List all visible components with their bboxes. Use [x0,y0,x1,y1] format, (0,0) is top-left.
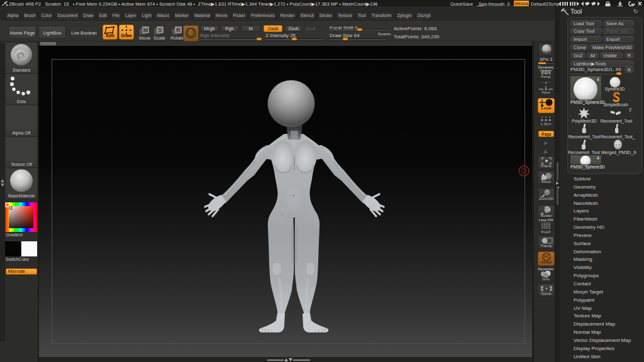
svg-text:BPR: BPR [543,51,550,55]
svg-text:S: S [158,27,162,33]
svg-text:M: M [143,27,148,33]
svg-text:3D: 3D [545,191,550,195]
svg-text:R: R [176,27,180,33]
